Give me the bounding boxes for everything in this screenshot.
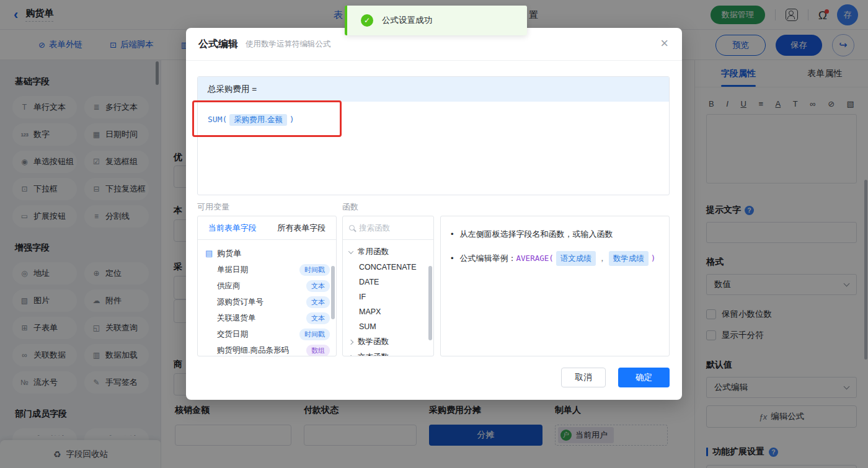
tab-all-form-fields[interactable]: 所有表单字段 <box>267 216 337 239</box>
variables-panel: 当前表单字段 所有表单字段 ▤ 购货单 单据日期时间戳供应商文本源购货订单号文本… <box>197 216 337 356</box>
functions-scrollbar[interactable] <box>428 266 432 340</box>
function-group-label: 数学函数 <box>358 337 389 347</box>
function-group-label: 常用函数 <box>358 247 389 257</box>
function-search-input[interactable] <box>359 224 421 232</box>
function-item[interactable]: MAPX <box>343 304 433 319</box>
variable-type-badge: 文本 <box>306 296 330 308</box>
chevron-right-icon <box>348 355 353 356</box>
tab-current-form-fields[interactable]: 当前表单字段 <box>198 216 267 239</box>
form-doc-icon: ▤ <box>205 249 213 258</box>
help-line-1: 从左侧面板选择字段名和函数，或输入函数 <box>451 227 659 241</box>
variable-name: 购货明细.商品条形码 <box>217 345 289 356</box>
variables-root[interactable]: ▤ 购货单 <box>198 245 336 262</box>
variable-name: 源购货订单号 <box>217 297 264 307</box>
variable-name: 关联退货单 <box>217 313 256 324</box>
function-item[interactable]: IF <box>343 289 433 304</box>
function-search <box>343 216 433 240</box>
function-group[interactable]: 常用函数 <box>343 244 433 260</box>
variable-type-badge: 数组 <box>306 345 330 356</box>
function-item[interactable]: DATE <box>343 275 433 289</box>
function-group-label: 文本函数 <box>358 352 389 356</box>
variable-row[interactable]: 供应商文本 <box>198 278 336 294</box>
variables-label: 可用变量 <box>197 201 229 213</box>
formula-edit-modal: 公式编辑 使用数学运算符编辑公式 × 总采购费用 = SUM(采购费用.金额) … <box>186 28 682 400</box>
variable-type-badge: 文本 <box>306 312 330 324</box>
example-separator: ， <box>598 252 606 265</box>
variable-type-badge: 文本 <box>306 280 330 292</box>
cancel-button[interactable]: 取消 <box>561 368 606 387</box>
formula-editor[interactable]: 总采购费用 = SUM(采购费用.金额) <box>197 76 670 195</box>
success-toast: ✓ 公式设置成功 <box>345 6 527 35</box>
variable-row[interactable]: 单据日期时间戳 <box>198 262 336 278</box>
function-item[interactable]: SUM <box>343 319 433 334</box>
variable-row[interactable]: 关联退货单文本 <box>198 310 336 326</box>
formula-help-panel: 从左侧面板选择字段名和函数，或输入函数 公式编辑举例： AVERAGE( 语文成… <box>440 216 670 356</box>
function-group[interactable]: 文本函数 <box>343 350 433 356</box>
variable-name: 供应商 <box>217 281 241 291</box>
formula-fn-close: ) <box>290 115 294 124</box>
function-item[interactable]: CONCATENATE <box>343 260 433 275</box>
success-check-icon: ✓ <box>361 14 373 27</box>
variable-type-badge: 时间戳 <box>299 329 330 340</box>
help-example-prefix: 公式编辑举例： <box>460 252 516 265</box>
confirm-button[interactable]: 确定 <box>618 368 670 387</box>
variable-row[interactable]: 交货日期时间戳 <box>198 326 336 342</box>
formula-fn-open: SUM( <box>208 115 227 124</box>
variable-name: 单据日期 <box>217 265 248 275</box>
example-fn-open: AVERAGE( <box>516 252 554 265</box>
variable-row[interactable]: 购货明细.商品条形码数组 <box>198 342 336 356</box>
function-group[interactable]: 数学函数 <box>343 334 433 350</box>
help-line-2: 公式编辑举例： AVERAGE( 语文成绩 ， 数学成绩 ) <box>451 251 659 266</box>
variables-scrollbar[interactable] <box>331 266 335 319</box>
close-icon[interactable]: × <box>660 37 668 50</box>
functions-panel: 常用函数CONCATENATEDATEIFMAPXSUM数学函数文本函数 <box>342 216 434 356</box>
chevron-down-icon <box>348 249 353 254</box>
example-field-chip: 数学成绩 <box>609 251 649 266</box>
example-fn-close: ) <box>651 252 656 265</box>
help-text-1: 从左侧面板选择字段名和函数，或输入函数 <box>460 227 613 241</box>
formula-field-chip[interactable]: 采购费用.金额 <box>229 114 286 126</box>
modal-title: 公式编辑 <box>198 38 238 51</box>
toast-message: 公式设置成功 <box>382 15 432 26</box>
search-icon <box>349 225 355 231</box>
variable-row[interactable]: 源购货订单号文本 <box>198 294 336 310</box>
example-field-chip: 语文成绩 <box>556 251 596 266</box>
variables-root-label: 购货单 <box>217 248 241 259</box>
variable-type-badge: 时间戳 <box>299 264 330 276</box>
chevron-right-icon <box>348 339 353 344</box>
functions-label: 函数 <box>342 201 358 213</box>
formula-target: 总采购费用 = <box>198 77 669 102</box>
modal-subtitle: 使用数学运算符编辑公式 <box>246 39 331 50</box>
variable-name: 交货日期 <box>217 329 248 340</box>
